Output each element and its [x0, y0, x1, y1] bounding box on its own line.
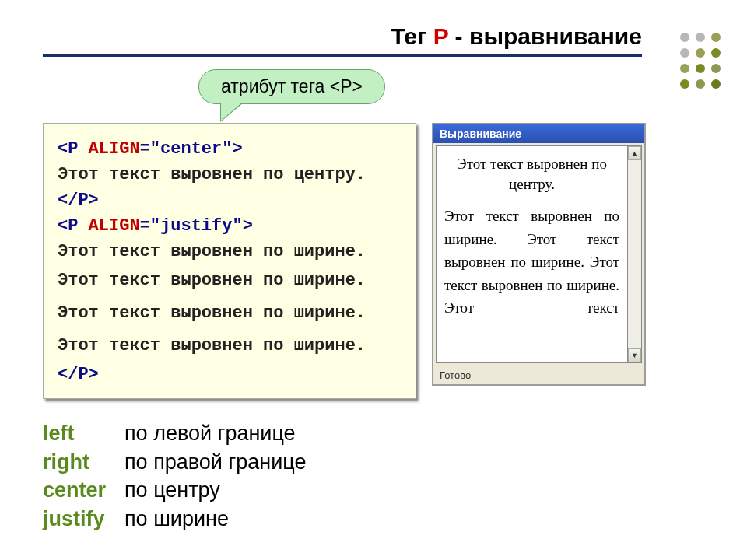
title-after: - выравнивание	[448, 23, 642, 49]
scrollbar-track[interactable]	[628, 160, 641, 348]
code-tag: <P	[58, 139, 89, 159]
scroll-up-icon[interactable]: ▲	[628, 146, 641, 160]
align-desc: по правой границе	[124, 450, 306, 474]
list-item: rightпо правой границе	[43, 448, 712, 476]
list-item: centerпо центру	[43, 476, 712, 504]
align-kw-center: center	[43, 476, 124, 504]
align-desc: по центру	[124, 478, 220, 502]
list-item: leftпо левой границе	[43, 419, 712, 447]
justified-paragraph: Этот текст выровнен по ширине. Этот текс…	[444, 205, 619, 319]
callout-bubble: атрибут тега <P>	[198, 69, 385, 104]
callout-text: атрибут тега <P>	[221, 76, 363, 96]
code-text: Этот текст выровнен по центру.	[58, 162, 402, 187]
code-attr2: ALIGN	[89, 216, 140, 236]
align-kw-justify: justify	[43, 505, 124, 533]
code-text: Этот текст выровнен по ширине.	[58, 297, 402, 330]
code-tag2-end: ="justify">	[140, 216, 253, 236]
align-values-list: leftпо левой границе rightпо правой гран…	[43, 419, 712, 533]
code-text: Этот текст выровнен по ширине.	[58, 330, 402, 362]
code-text: Этот текст выровнен по ширине.	[58, 264, 402, 297]
title-tag: P	[433, 23, 448, 49]
list-item: justifyпо ширине	[43, 505, 712, 533]
preview-window: Выравнивание Этот текст выровнен по цент…	[432, 123, 646, 386]
decorative-dot-grid	[680, 33, 722, 90]
window-statusbar: Готово	[433, 366, 644, 384]
code-close: </P>	[58, 191, 99, 210]
window-content: Этот текст выровнен по центру. Этот текс…	[436, 145, 628, 363]
code-example: <P ALIGN="center"> Этот текст выровнен п…	[43, 123, 416, 399]
title-before: Тег	[391, 23, 433, 49]
code-attr: ALIGN	[89, 139, 140, 159]
align-kw-right: right	[43, 448, 124, 476]
align-desc: по ширине	[124, 507, 229, 530]
centered-paragraph: Этот текст выровнен по центру.	[444, 154, 619, 194]
slide: Тег P - выравнивание атрибут тега <P> <P…	[0, 0, 747, 548]
window-titlebar: Выравнивание	[433, 124, 644, 143]
code-tag-end: ="center">	[140, 139, 243, 159]
scroll-down-icon[interactable]: ▼	[628, 348, 641, 362]
align-kw-left: left	[43, 419, 124, 447]
code-text: Этот текст выровнен по ширине.	[58, 239, 402, 264]
code-tag2: <P	[58, 216, 89, 236]
scrollbar[interactable]: ▲ ▼	[628, 145, 642, 363]
code-close2: </P>	[58, 365, 99, 384]
page-title: Тег P - выравнивание	[391, 23, 642, 50]
align-desc: по левой границе	[124, 422, 296, 445]
